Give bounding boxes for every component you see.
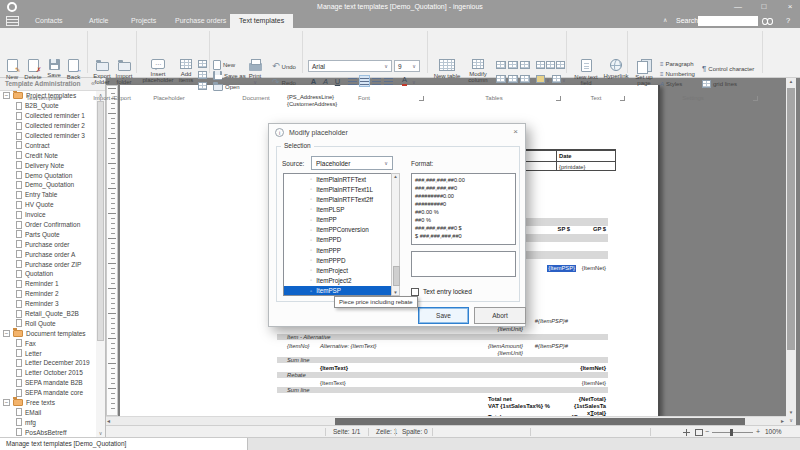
placeholder-list-scrollbar[interactable]: ▲ ▼ — [391, 173, 400, 296]
scrollbar-thumb[interactable] — [97, 101, 104, 341]
tree-folder-row[interactable]: −Free texts — [0, 398, 96, 408]
document-vertical-scrollbar[interactable]: ▲ ▼ — [786, 78, 796, 416]
tree-item[interactable]: Order Confirmation — [0, 220, 96, 230]
collapse-ribbon-icon[interactable]: ∧ — [663, 16, 667, 23]
scroll-up-icon[interactable]: ▲ — [392, 174, 399, 179]
tab-purchase-orders[interactable]: Purchase orders — [166, 14, 235, 28]
tree-item[interactable]: Reminder 1 — [0, 279, 96, 289]
search-binoculars-icon[interactable] — [762, 17, 775, 25]
scrollbar-thumb[interactable] — [787, 88, 795, 350]
format-option[interactable]: $ ###,###,###,##0 — [412, 232, 515, 240]
format-option[interactable]: ###,###,###,##0 — [412, 184, 515, 192]
new-template-button[interactable]: ✎ New — [3, 59, 21, 80]
abort-button[interactable]: Abort — [474, 307, 526, 324]
placeholder-list-item[interactable]: ◦ItemPSP — [284, 286, 399, 296]
tree-item[interactable]: Demo Quotation — [0, 170, 96, 180]
scroll-down-icon[interactable]: ∨ — [96, 430, 105, 436]
tree-item[interactable]: Delivery Note — [0, 160, 96, 170]
align-right-button[interactable] — [371, 75, 382, 87]
scroll-up-icon[interactable]: ▲ — [786, 79, 796, 84]
tree-item[interactable]: Quotation — [0, 269, 96, 279]
justify-button[interactable] — [383, 75, 394, 87]
format-input[interactable] — [411, 251, 516, 277]
undo-button[interactable]: ↶Undo — [272, 62, 296, 71]
table-tool-icon[interactable] — [520, 75, 530, 83]
placeholder-list-item[interactable]: ◦ItemPlainRTFText2ff — [284, 194, 399, 204]
align-left-button[interactable] — [347, 75, 358, 87]
borders-icon[interactable] — [552, 75, 561, 83]
placeholder-list-item[interactable]: ◦ItemProject2 — [284, 275, 399, 285]
tree-item[interactable]: SEPA mandate B2B — [0, 378, 96, 388]
tree-item[interactable]: HV Quote — [0, 200, 96, 210]
insert-placeholder-button[interactable]: ⋯ Insert placeholder — [141, 59, 175, 84]
tree-item[interactable]: Purchase order ZIP — [0, 259, 96, 269]
table-tool-icon[interactable] — [520, 61, 530, 69]
table-tool-icon[interactable] — [496, 75, 506, 83]
tree-expand-icon[interactable]: − — [3, 330, 10, 337]
tree-item[interactable]: Entry Table — [0, 190, 96, 200]
tree-folder-row[interactable]: −Document templates — [0, 328, 96, 338]
table-split-icon[interactable] — [546, 61, 555, 69]
scroll-right-icon[interactable]: ▸ — [781, 418, 784, 425]
control-character-button[interactable]: ¶Control character — [702, 64, 754, 73]
font-size-select[interactable]: 9∨ — [394, 60, 420, 72]
format-option[interactable]: ###,###,###,##0.00 — [412, 176, 515, 184]
print-button[interactable]: Print ∨ — [243, 59, 267, 86]
table-tool-icon[interactable] — [496, 61, 506, 69]
sidebar-scrollbar[interactable]: ∧ ∨ — [96, 91, 105, 437]
maximize-button[interactable]: □ — [752, 0, 776, 13]
placeholder-list-item[interactable]: ◦ItemPPD — [284, 235, 399, 245]
document-open-button[interactable]: Open — [213, 82, 240, 91]
borders-dropdown-icon[interactable]: ∨ — [562, 77, 566, 83]
tree-item[interactable]: Credit Note — [0, 150, 96, 160]
tree-expand-icon[interactable]: − — [3, 399, 10, 406]
table-tool-icon[interactable] — [508, 61, 518, 69]
scroll-down-icon[interactable]: ▼ — [392, 290, 399, 295]
add-items-button[interactable]: Add items — [176, 59, 196, 84]
placeholder-list-item[interactable]: ◦ItemProject — [284, 265, 399, 275]
tree-item[interactable]: Reminder 3 — [0, 299, 96, 309]
tree-item[interactable]: EMail — [0, 408, 96, 418]
minimize-button[interactable]: — — [726, 0, 750, 13]
tree-item[interactable]: mfg — [0, 417, 96, 427]
help-button[interactable]: ? — [786, 16, 790, 25]
new-table-button[interactable]: New table — [432, 59, 462, 79]
document-horizontal-scrollbar[interactable]: ◂ ▸ — [105, 416, 786, 425]
tree-item[interactable]: B2B_Quote — [0, 101, 96, 111]
font-color-dropdown-icon[interactable]: ∨ — [412, 79, 416, 85]
tree-item[interactable]: Parts Quote — [0, 229, 96, 239]
tree-item[interactable]: Purchase order A — [0, 249, 96, 259]
styles-button[interactable]: AStyles — [660, 81, 682, 87]
format-option[interactable]: #########0 — [412, 200, 515, 208]
taskbar-tab[interactable]: Manage text templates [Demo_Quotation] — [0, 438, 248, 450]
scrollbar-thumb[interactable] — [393, 266, 400, 286]
tree-item[interactable]: Retail_Quote_B2B — [0, 309, 96, 319]
search-input[interactable] — [698, 16, 758, 26]
text-entry-locked-checkbox[interactable] — [411, 288, 419, 296]
tree-item[interactable]: Purchase order — [0, 239, 96, 249]
zoom-slider-thumb[interactable] — [730, 429, 733, 436]
tables-dialog-launcher-icon[interactable] — [556, 96, 561, 101]
close-button[interactable]: × — [778, 0, 800, 13]
align-center-button[interactable] — [359, 75, 370, 87]
source-select[interactable]: Placeholder∨ — [311, 156, 393, 170]
shading-dropdown-icon[interactable]: ∨ — [546, 77, 550, 83]
tree-item[interactable]: Invoice — [0, 210, 96, 220]
scrollbar-corner[interactable]: ∨ — [786, 416, 796, 425]
hyperlink-button[interactable]: Hyperlink — [602, 59, 630, 79]
modify-column-button[interactable]: Modify column — [464, 59, 492, 84]
font-color-button[interactable]: A — [399, 75, 410, 87]
document-new-button[interactable]: New — [213, 60, 235, 70]
text-dialog-launcher-icon[interactable] — [620, 96, 625, 101]
tree-item[interactable]: Contract — [0, 140, 96, 150]
import-folder-button[interactable]: Import folder — [113, 59, 135, 86]
scrollbar-thumb[interactable] — [335, 418, 745, 425]
font-dialog-launcher-icon[interactable] — [419, 96, 424, 101]
placeholder-tool-icon[interactable] — [198, 82, 207, 90]
underline-button[interactable]: U — [332, 75, 343, 87]
settings-dialog-launcher-icon[interactable] — [753, 96, 758, 101]
tab-article[interactable]: Article — [80, 14, 117, 28]
tree-item[interactable]: Collected reminder 2 — [0, 121, 96, 131]
format-option[interactable]: ###,###,###,##0 $ — [412, 224, 515, 232]
table-tool-icon[interactable] — [508, 75, 518, 83]
